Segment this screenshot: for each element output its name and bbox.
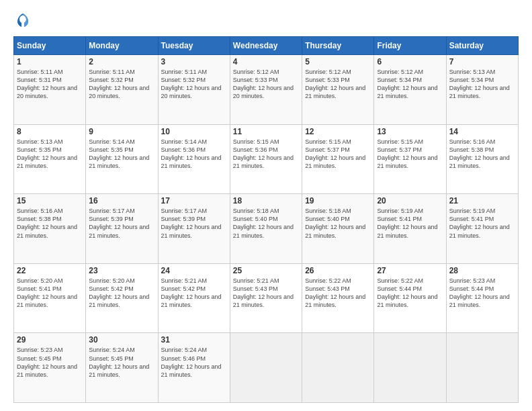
day-number: 11 — [233, 127, 299, 136]
day-number: 5 — [305, 57, 371, 66]
calendar-cell: 23 Sunrise: 5:20 AM Sunset: 5:42 PM Dayl… — [86, 263, 158, 333]
logo-icon — [13, 11, 32, 30]
day-info: Sunrise: 5:21 AM Sunset: 5:42 PM Dayligh… — [161, 277, 227, 310]
day-number: 2 — [89, 57, 154, 66]
calendar-cell: 1 Sunrise: 5:11 AM Sunset: 5:31 PM Dayli… — [14, 55, 86, 125]
day-number: 29 — [17, 335, 83, 345]
calendar-table: SundayMondayTuesdayWednesdayThursdayFrid… — [13, 36, 519, 403]
calendar-cell — [302, 333, 374, 403]
day-number: 24 — [161, 266, 227, 275]
calendar-cell — [230, 333, 302, 403]
day-number: 26 — [305, 266, 371, 275]
day-number: 17 — [161, 196, 227, 205]
calendar-week-row: 22 Sunrise: 5:20 AM Sunset: 5:41 PM Dayl… — [14, 263, 519, 333]
day-info: Sunrise: 5:13 AM Sunset: 5:34 PM Dayligh… — [449, 68, 515, 101]
calendar-cell: 11 Sunrise: 5:15 AM Sunset: 5:36 PM Dayl… — [230, 124, 302, 194]
day-number: 16 — [89, 196, 154, 205]
calendar-cell: 21 Sunrise: 5:19 AM Sunset: 5:41 PM Dayl… — [446, 194, 518, 264]
day-info: Sunrise: 5:20 AM Sunset: 5:41 PM Dayligh… — [17, 277, 83, 310]
day-info: Sunrise: 5:12 AM Sunset: 5:33 PM Dayligh… — [233, 68, 299, 101]
calendar-cell: 13 Sunrise: 5:15 AM Sunset: 5:37 PM Dayl… — [374, 124, 446, 194]
calendar-cell: 25 Sunrise: 5:21 AM Sunset: 5:43 PM Dayl… — [230, 263, 302, 333]
day-info: Sunrise: 5:21 AM Sunset: 5:43 PM Dayligh… — [233, 277, 299, 310]
day-info: Sunrise: 5:15 AM Sunset: 5:37 PM Dayligh… — [305, 138, 371, 171]
calendar-cell: 12 Sunrise: 5:15 AM Sunset: 5:37 PM Dayl… — [302, 124, 374, 194]
day-header-monday: Monday — [86, 37, 158, 55]
calendar-week-row: 1 Sunrise: 5:11 AM Sunset: 5:31 PM Dayli… — [14, 55, 519, 125]
calendar-cell: 17 Sunrise: 5:17 AM Sunset: 5:39 PM Dayl… — [158, 194, 230, 264]
calendar-cell: 31 Sunrise: 5:24 AM Sunset: 5:46 PM Dayl… — [158, 333, 230, 403]
calendar-cell: 28 Sunrise: 5:23 AM Sunset: 5:44 PM Dayl… — [446, 263, 518, 333]
day-info: Sunrise: 5:15 AM Sunset: 5:36 PM Dayligh… — [233, 138, 299, 171]
day-info: Sunrise: 5:14 AM Sunset: 5:36 PM Dayligh… — [161, 138, 227, 171]
day-info: Sunrise: 5:11 AM Sunset: 5:32 PM Dayligh… — [161, 68, 227, 101]
day-info: Sunrise: 5:23 AM Sunset: 5:45 PM Dayligh… — [17, 346, 83, 379]
day-number: 13 — [377, 127, 443, 136]
day-number: 27 — [377, 266, 443, 275]
page: SundayMondayTuesdayWednesdayThursdayFrid… — [0, 0, 532, 411]
day-number: 18 — [233, 196, 299, 205]
day-info: Sunrise: 5:12 AM Sunset: 5:33 PM Dayligh… — [305, 68, 371, 101]
calendar-cell: 27 Sunrise: 5:22 AM Sunset: 5:44 PM Dayl… — [374, 263, 446, 333]
day-number: 19 — [305, 196, 371, 205]
day-number: 12 — [305, 127, 371, 136]
calendar-cell: 19 Sunrise: 5:18 AM Sunset: 5:40 PM Dayl… — [302, 194, 374, 264]
day-info: Sunrise: 5:17 AM Sunset: 5:39 PM Dayligh… — [89, 207, 154, 240]
day-header-wednesday: Wednesday — [230, 37, 302, 55]
day-number: 7 — [449, 57, 515, 66]
calendar-cell: 30 Sunrise: 5:24 AM Sunset: 5:45 PM Dayl… — [86, 333, 158, 403]
day-number: 4 — [233, 57, 299, 66]
calendar-cell: 4 Sunrise: 5:12 AM Sunset: 5:33 PM Dayli… — [230, 55, 302, 125]
day-info: Sunrise: 5:18 AM Sunset: 5:40 PM Dayligh… — [233, 207, 299, 240]
day-number: 22 — [17, 266, 83, 275]
calendar-cell: 22 Sunrise: 5:20 AM Sunset: 5:41 PM Dayl… — [14, 263, 86, 333]
calendar-cell: 2 Sunrise: 5:11 AM Sunset: 5:32 PM Dayli… — [86, 55, 158, 125]
calendar-cell — [446, 333, 518, 403]
day-number: 10 — [161, 127, 227, 136]
day-number: 31 — [161, 335, 227, 345]
day-header-friday: Friday — [374, 37, 446, 55]
calendar-cell: 26 Sunrise: 5:22 AM Sunset: 5:43 PM Dayl… — [302, 263, 374, 333]
calendar-cell: 24 Sunrise: 5:21 AM Sunset: 5:42 PM Dayl… — [158, 263, 230, 333]
day-info: Sunrise: 5:22 AM Sunset: 5:43 PM Dayligh… — [305, 277, 371, 310]
day-number: 1 — [17, 57, 83, 66]
day-number: 9 — [89, 127, 154, 136]
day-number: 20 — [377, 196, 443, 205]
day-header-thursday: Thursday — [302, 37, 374, 55]
day-header-tuesday: Tuesday — [158, 37, 230, 55]
calendar-cell: 10 Sunrise: 5:14 AM Sunset: 5:36 PM Dayl… — [158, 124, 230, 194]
calendar-body: 1 Sunrise: 5:11 AM Sunset: 5:31 PM Dayli… — [14, 55, 519, 403]
day-info: Sunrise: 5:24 AM Sunset: 5:45 PM Dayligh… — [89, 346, 154, 379]
day-info: Sunrise: 5:22 AM Sunset: 5:44 PM Dayligh… — [377, 277, 443, 310]
day-info: Sunrise: 5:15 AM Sunset: 5:37 PM Dayligh… — [377, 138, 443, 171]
day-info: Sunrise: 5:17 AM Sunset: 5:39 PM Dayligh… — [161, 207, 227, 240]
calendar-cell: 16 Sunrise: 5:17 AM Sunset: 5:39 PM Dayl… — [86, 194, 158, 264]
day-number: 30 — [89, 335, 154, 345]
day-info: Sunrise: 5:11 AM Sunset: 5:31 PM Dayligh… — [17, 68, 83, 101]
day-info: Sunrise: 5:16 AM Sunset: 5:38 PM Dayligh… — [17, 207, 83, 240]
day-info: Sunrise: 5:12 AM Sunset: 5:34 PM Dayligh… — [377, 68, 443, 101]
day-number: 28 — [449, 266, 515, 275]
day-info: Sunrise: 5:14 AM Sunset: 5:35 PM Dayligh… — [89, 138, 154, 171]
day-number: 6 — [377, 57, 443, 66]
day-number: 15 — [17, 196, 83, 205]
day-header-saturday: Saturday — [446, 37, 518, 55]
day-info: Sunrise: 5:19 AM Sunset: 5:41 PM Dayligh… — [377, 207, 443, 240]
day-number: 25 — [233, 266, 299, 275]
day-info: Sunrise: 5:20 AM Sunset: 5:42 PM Dayligh… — [89, 277, 154, 310]
logo — [13, 11, 34, 30]
calendar-week-row: 8 Sunrise: 5:13 AM Sunset: 5:35 PM Dayli… — [14, 124, 519, 194]
day-header-sunday: Sunday — [14, 37, 86, 55]
calendar-cell: 8 Sunrise: 5:13 AM Sunset: 5:35 PM Dayli… — [14, 124, 86, 194]
day-info: Sunrise: 5:11 AM Sunset: 5:32 PM Dayligh… — [89, 68, 154, 101]
header — [13, 11, 519, 30]
day-number: 3 — [161, 57, 227, 66]
day-info: Sunrise: 5:24 AM Sunset: 5:46 PM Dayligh… — [161, 346, 227, 379]
calendar-cell: 6 Sunrise: 5:12 AM Sunset: 5:34 PM Dayli… — [374, 55, 446, 125]
day-info: Sunrise: 5:16 AM Sunset: 5:38 PM Dayligh… — [449, 138, 515, 171]
day-number: 14 — [449, 127, 515, 136]
calendar-cell: 7 Sunrise: 5:13 AM Sunset: 5:34 PM Dayli… — [446, 55, 518, 125]
calendar-cell: 20 Sunrise: 5:19 AM Sunset: 5:41 PM Dayl… — [374, 194, 446, 264]
calendar-header-row: SundayMondayTuesdayWednesdayThursdayFrid… — [14, 37, 519, 55]
calendar-cell — [374, 333, 446, 403]
